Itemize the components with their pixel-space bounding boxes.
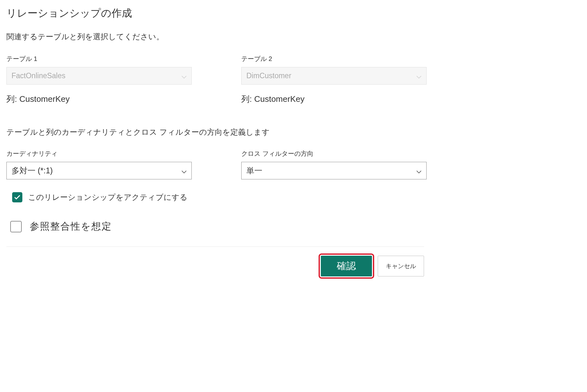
- cancel-button[interactable]: キャンセル: [378, 256, 424, 276]
- table2-column: テーブル 2 DimCustomer 列: CustomerKey: [241, 55, 427, 105]
- chevron-down-icon: [416, 169, 421, 172]
- cardinality-dropdown[interactable]: 多対一 (*:1): [6, 162, 192, 179]
- active-checkbox-row: このリレーションシップをアクティブにする: [6, 192, 581, 202]
- table2-value: DimCustomer: [246, 72, 291, 80]
- active-checkbox-label: このリレーションシップをアクティブにする: [28, 192, 188, 202]
- active-checkbox[interactable]: [12, 192, 22, 202]
- chevron-down-icon: [182, 169, 187, 172]
- referential-checkbox-label: 参照整合性を想定: [30, 220, 112, 233]
- chevron-down-icon: [182, 74, 187, 78]
- table2-column-label: 列: CustomerKey: [241, 94, 427, 105]
- table1-column-label: 列: CustomerKey: [6, 94, 192, 105]
- dialog-title: リレーションシップの作成: [6, 6, 581, 20]
- confirm-button[interactable]: 確認: [321, 256, 372, 276]
- chevron-down-icon: [416, 74, 421, 78]
- dialog-footer: 確認 キャンセル: [6, 246, 424, 276]
- options-row: カーディナリティ 多対一 (*:1) クロス フィルターの方向 単一: [6, 149, 581, 179]
- table1-value: FactOnlineSales: [12, 72, 66, 80]
- table2-label: テーブル 2: [241, 55, 427, 63]
- crossfilter-column: クロス フィルターの方向 単一: [241, 149, 427, 179]
- table2-dropdown[interactable]: DimCustomer: [241, 67, 427, 85]
- referential-checkbox-row: 参照整合性を想定: [6, 220, 581, 233]
- crossfilter-label: クロス フィルターの方向: [241, 149, 427, 158]
- cardinality-column: カーディナリティ 多対一 (*:1): [6, 149, 192, 179]
- table1-column: テーブル 1 FactOnlineSales 列: CustomerKey: [6, 55, 192, 105]
- cardinality-value: 多対一 (*:1): [12, 165, 53, 176]
- tables-row: テーブル 1 FactOnlineSales 列: CustomerKey テー…: [6, 55, 581, 105]
- crossfilter-dropdown[interactable]: 単一: [241, 162, 427, 179]
- check-icon: [14, 195, 20, 200]
- table1-label: テーブル 1: [6, 55, 192, 63]
- referential-checkbox[interactable]: [10, 221, 22, 232]
- crossfilter-value: 単一: [246, 165, 262, 176]
- cardinality-label: カーディナリティ: [6, 149, 192, 158]
- table1-dropdown[interactable]: FactOnlineSales: [6, 67, 192, 85]
- dialog-subtitle: 関連するテーブルと列を選択してください。: [6, 32, 581, 42]
- section-heading: テーブルと列のカーディナリティとクロス フィルターの方向を定義します: [6, 127, 581, 137]
